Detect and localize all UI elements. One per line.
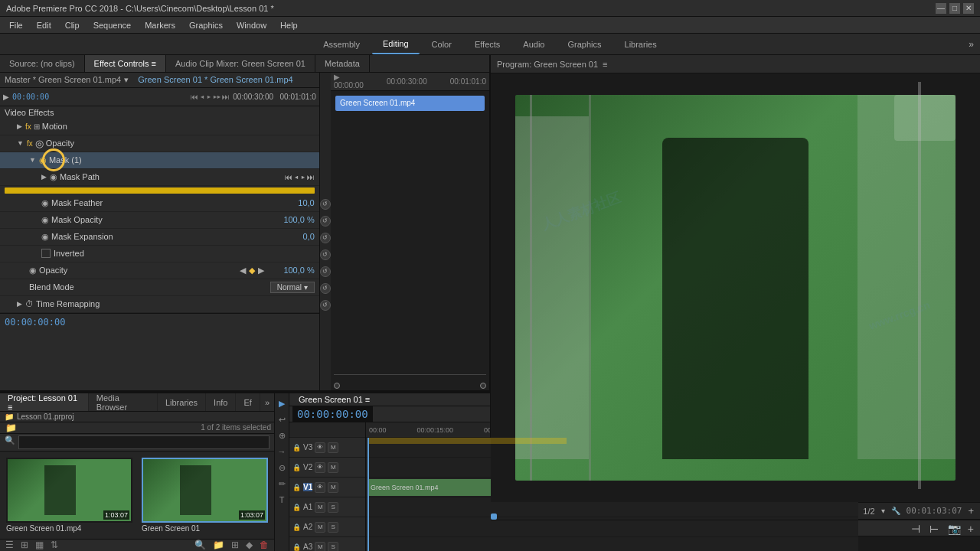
mask-feather-value[interactable]: 10,0 bbox=[269, 198, 315, 207]
search-proj-button[interactable]: 🔍 bbox=[192, 540, 208, 550]
minimize-button[interactable]: — bbox=[936, 3, 946, 14]
menu-help[interactable]: Help bbox=[274, 19, 304, 31]
reset-btn-3[interactable]: ↺ bbox=[320, 233, 331, 243]
menu-graphics[interactable]: Graphics bbox=[183, 19, 229, 31]
menu-file[interactable]: File bbox=[3, 19, 29, 31]
program-menu-icon[interactable]: ≡ bbox=[603, 60, 607, 69]
opacity-keyframe-prev[interactable]: ◀ bbox=[240, 266, 246, 276]
track-v3-mute[interactable]: M bbox=[328, 442, 338, 453]
window-controls[interactable]: — □ ✕ bbox=[936, 3, 974, 14]
reset-btn-4[interactable]: ↺ bbox=[320, 249, 331, 260]
new-seq-button[interactable]: ⊞ bbox=[229, 540, 241, 550]
timeline-tab-gs01[interactable]: Green Screen 01 ≡ bbox=[292, 393, 376, 406]
menu-edit[interactable]: Edit bbox=[31, 19, 57, 31]
media-browser-tab[interactable]: Media Browser bbox=[89, 393, 158, 411]
search-input[interactable] bbox=[18, 435, 270, 449]
menu-clip[interactable]: Clip bbox=[59, 19, 86, 31]
maximize-button[interactable]: □ bbox=[949, 3, 960, 14]
mask-opacity-value[interactable]: 100,0 % bbox=[269, 215, 315, 224]
track-a1-m[interactable]: M bbox=[315, 502, 325, 513]
mask-path-controls[interactable]: ⏮ ◀ ▶ ⏭ bbox=[285, 173, 314, 181]
reset-btn-1[interactable]: ↺ bbox=[320, 199, 331, 210]
page-dropdown-icon[interactable]: ▾ bbox=[881, 507, 885, 515]
menu-markers[interactable]: Markers bbox=[139, 19, 181, 31]
track-a3-m[interactable]: M bbox=[315, 542, 325, 552]
new-bin-button[interactable]: 📁 bbox=[3, 422, 19, 433]
ws-tab-effects[interactable]: Effects bbox=[464, 34, 511, 54]
effects-panel-tab[interactable]: Ef bbox=[236, 393, 260, 411]
track-v1-vis[interactable]: 👁 bbox=[315, 482, 325, 493]
tool-text[interactable]: T bbox=[275, 493, 289, 507]
icon-view-button[interactable]: ⊞ bbox=[18, 540, 31, 550]
inverted-checkbox[interactable] bbox=[41, 249, 51, 258]
tool-ripple[interactable]: ↩ bbox=[275, 412, 289, 426]
project-tab[interactable]: Project: Lesson 01 ≡ bbox=[0, 393, 89, 411]
automate-button[interactable]: ◆ bbox=[243, 540, 255, 550]
thumbnail-item-2[interactable]: 1:03:07 Green Screen 01 bbox=[142, 458, 268, 533]
timeline-timecode[interactable]: 00:00:00:00 bbox=[292, 406, 373, 422]
opacity-keyframe-icon[interactable]: ◆ bbox=[249, 266, 255, 276]
sort-button[interactable]: ⇅ bbox=[48, 540, 60, 550]
ws-tab-audio[interactable]: Audio bbox=[512, 34, 555, 54]
lock-a1-icon[interactable]: 🔒 bbox=[292, 504, 301, 511]
ws-tab-graphics[interactable]: Graphics bbox=[557, 34, 612, 54]
source-scroll-left[interactable] bbox=[334, 383, 340, 389]
list-view-button[interactable]: ☰ bbox=[3, 540, 16, 550]
lock-a3-icon[interactable]: 🔒 bbox=[292, 543, 301, 551]
reset-btn-5[interactable]: ↺ bbox=[320, 266, 331, 277]
effect-controls-tab[interactable]: Effect Controls ≡ bbox=[85, 55, 166, 72]
blend-mode-dropdown[interactable]: Normal ▾ bbox=[270, 282, 315, 293]
track-a1-s[interactable]: S bbox=[328, 502, 338, 513]
track-v2-mute[interactable]: M bbox=[328, 462, 338, 473]
timeline-nav-btns[interactable]: ⏮ ◀ ▶ ▶▶ ⏭ bbox=[191, 93, 230, 101]
opacity-bar[interactable] bbox=[5, 187, 315, 194]
free-form-button[interactable]: ▦ bbox=[33, 540, 46, 550]
lock-v1-icon[interactable]: 🔒 bbox=[292, 484, 301, 491]
reset-btn-6[interactable]: ↺ bbox=[320, 283, 331, 294]
info-tab[interactable]: Info bbox=[206, 393, 236, 411]
mask-expand-icon[interactable]: ▼ bbox=[29, 156, 36, 164]
track-a2-s[interactable]: S bbox=[328, 522, 338, 533]
menu-sequence[interactable]: Sequence bbox=[87, 19, 138, 31]
opacity-expand-icon[interactable]: ▼ bbox=[17, 139, 24, 147]
thumbnail-item-1[interactable]: 1:03:07 Green Screen 01.mp4 bbox=[6, 458, 132, 533]
ws-tab-libraries[interactable]: Libraries bbox=[614, 34, 668, 54]
menu-window[interactable]: Window bbox=[230, 19, 273, 31]
mask-path-expand-icon[interactable]: ▶ bbox=[41, 173, 47, 181]
add-button[interactable]: + bbox=[968, 505, 974, 517]
program-add-button[interactable]: + bbox=[968, 523, 974, 535]
ws-tab-editing[interactable]: Editing bbox=[372, 34, 420, 54]
workspace-more-icon[interactable]: » bbox=[969, 39, 974, 50]
tool-arrow-right[interactable]: → bbox=[275, 445, 289, 458]
tool-selection[interactable]: ▶ bbox=[275, 396, 289, 410]
close-button[interactable]: ✕ bbox=[963, 3, 974, 14]
ws-tab-assembly[interactable]: Assembly bbox=[312, 34, 371, 54]
master-dropdown-icon[interactable]: ▾ bbox=[124, 75, 129, 85]
motion-expand-icon[interactable]: ▶ bbox=[17, 122, 22, 130]
opacity-value[interactable]: 100,0 % bbox=[269, 266, 315, 275]
delete-button[interactable]: 🗑 bbox=[257, 540, 271, 550]
source-scroll-right[interactable] bbox=[480, 383, 486, 389]
tool-razor[interactable]: ⊖ bbox=[275, 461, 289, 474]
wrench-icon[interactable]: 🔧 bbox=[891, 507, 900, 515]
lock-v3-icon[interactable]: 🔒 bbox=[292, 444, 301, 452]
new-item-button[interactable]: 📁 bbox=[211, 540, 227, 550]
lock-v2-icon[interactable]: 🔒 bbox=[292, 464, 301, 471]
opacity-keyframe-next[interactable]: ▶ bbox=[258, 266, 264, 276]
mask-expansion-value[interactable]: 0,0 bbox=[269, 232, 315, 241]
track-v2-vis[interactable]: 👁 bbox=[315, 462, 325, 473]
track-v3-vis[interactable]: 👁 bbox=[315, 442, 325, 453]
project-tabs-more[interactable]: » bbox=[260, 398, 274, 407]
time-remap-expand-icon[interactable]: ▶ bbox=[17, 300, 22, 308]
mask-row[interactable]: ▼ ◉ Mask (1) bbox=[0, 152, 319, 169]
mark-in-button[interactable]: ⊣ bbox=[909, 523, 923, 535]
track-v1-mute[interactable]: M bbox=[328, 482, 338, 493]
ws-tab-color[interactable]: Color bbox=[421, 34, 462, 54]
source-tab[interactable]: Source: (no clips) bbox=[0, 55, 85, 72]
reset-btn-7[interactable]: ↺ bbox=[320, 300, 331, 311]
tool-pen[interactable]: ✏ bbox=[275, 477, 289, 491]
libraries-tab[interactable]: Libraries bbox=[158, 393, 206, 411]
track-a2-m[interactable]: M bbox=[315, 522, 325, 533]
tool-zoom-in[interactable]: ⊕ bbox=[275, 429, 289, 442]
audio-clip-mixer-tab[interactable]: Audio Clip Mixer: Green Screen 01 bbox=[166, 55, 315, 72]
